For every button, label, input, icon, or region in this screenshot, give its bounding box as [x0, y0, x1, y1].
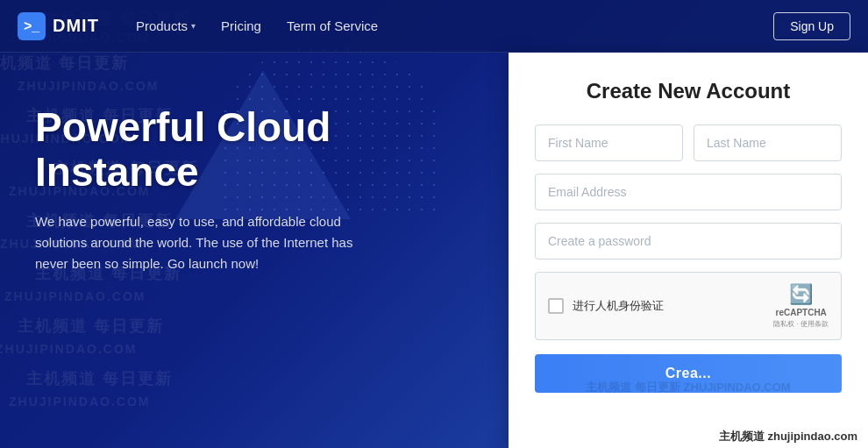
registration-form-panel: Create New Account 进行人机身份验证 🔄 reCAPTCHA …	[509, 53, 868, 448]
email-input[interactable]	[535, 174, 842, 210]
hero-subtitle: We have powerful, easy to use, and affor…	[35, 211, 368, 274]
nav-terms[interactable]: Term of Service	[276, 11, 388, 40]
recaptcha-left: 进行人机身份验证	[548, 298, 664, 314]
last-name-input[interactable]	[694, 124, 842, 161]
nav-products[interactable]: Products ▾	[125, 11, 206, 40]
form-title: Create New Account	[535, 79, 842, 103]
recaptcha-label: 进行人机身份验证	[573, 298, 664, 314]
nav-pricing[interactable]: Pricing	[210, 11, 272, 40]
navbar: >_ DMIT Products ▾ Pricing Term of Servi…	[0, 0, 868, 53]
password-input[interactable]	[535, 223, 842, 260]
recaptcha-logo-icon: 🔄	[789, 283, 813, 306]
recaptcha-branding: 🔄 reCAPTCHA 隐私权 · 使用条款	[773, 283, 829, 329]
signup-button[interactable]: Sign Up	[773, 12, 850, 40]
recaptcha-checkbox[interactable]	[548, 298, 564, 314]
brand-name: DMIT	[53, 16, 99, 36]
email-row	[535, 174, 842, 210]
logo-area[interactable]: >_ DMIT	[18, 12, 99, 40]
first-name-input[interactable]	[535, 124, 683, 161]
recaptcha-brand-text: reCAPTCHA	[775, 308, 826, 317]
password-row	[535, 223, 842, 260]
recaptcha-widget: 进行人机身份验证 🔄 reCAPTCHA 隐私权 · 使用条款	[535, 272, 842, 340]
create-account-button[interactable]: Crea...	[535, 354, 842, 393]
name-row	[535, 124, 842, 161]
bottom-watermark-bar: 主机频道 zhujipindao.com	[708, 425, 868, 448]
nav-links: Products ▾ Pricing Term of Service	[125, 11, 773, 40]
recaptcha-links-text: 隐私权 · 使用条款	[773, 319, 829, 329]
products-chevron-icon: ▾	[191, 21, 196, 31]
logo-icon: >_	[18, 12, 46, 40]
